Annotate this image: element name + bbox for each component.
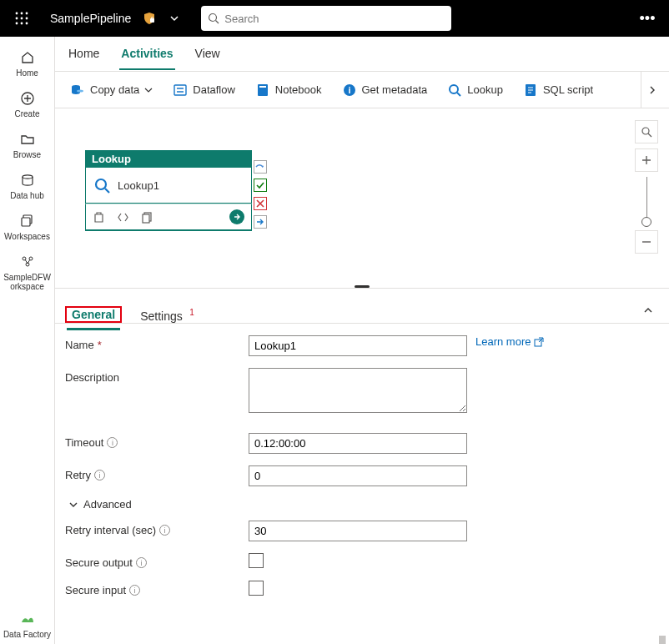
- secure-input-checkbox[interactable]: [249, 581, 264, 596]
- toolbar-get-metadata[interactable]: i Get metadata: [334, 78, 436, 103]
- timeout-input[interactable]: [249, 433, 467, 454]
- svg-point-3: [16, 18, 18, 20]
- svg-point-7: [21, 23, 23, 25]
- nav-datahub[interactable]: Data hub: [3, 166, 53, 205]
- svg-point-6: [16, 23, 18, 25]
- status-fail-icon[interactable]: [254, 197, 267, 210]
- toolbar-lookup[interactable]: Lookup: [439, 78, 511, 103]
- nav-sample-workspace[interactable]: SampleDFWorkspace: [3, 248, 53, 296]
- learn-more-link[interactable]: Learn more: [475, 335, 544, 348]
- lookup-icon: [447, 83, 462, 98]
- tab-activities[interactable]: Activities: [119, 38, 174, 70]
- nav-browse[interactable]: Browse: [3, 125, 53, 164]
- settings-badge: 1: [189, 308, 194, 317]
- activities-toolbar: Copy data Dataflow Notebook i Get metada…: [55, 72, 669, 108]
- svg-point-30: [96, 179, 106, 189]
- secure-input-label: Secure input: [65, 584, 126, 596]
- info-icon[interactable]: i: [136, 557, 147, 568]
- svg-point-21: [77, 89, 83, 92]
- name-label: Name: [65, 339, 94, 351]
- pipeline-canvas[interactable]: Lookup Lookup1: [55, 108, 669, 289]
- search-input[interactable]: [224, 13, 445, 25]
- secure-output-checkbox[interactable]: [249, 553, 264, 568]
- nav-data-factory[interactable]: Data Factory: [3, 605, 53, 644]
- svg-rect-22: [174, 85, 186, 95]
- toolbar-notebook-label: Notebook: [275, 83, 322, 96]
- workspace-item-icon: [18, 253, 37, 271]
- tab-view[interactable]: View: [194, 38, 222, 70]
- info-icon[interactable]: i: [159, 525, 170, 536]
- status-success-icon[interactable]: [254, 179, 267, 192]
- sql-icon: [523, 83, 538, 98]
- svg-point-2: [26, 13, 28, 15]
- toolbar-sql-script[interactable]: SQL script: [515, 78, 601, 103]
- activity-node-name: Lookup1: [118, 179, 159, 192]
- timeout-label: Timeout: [65, 436, 103, 449]
- tab-home[interactable]: Home: [67, 38, 101, 70]
- info-icon[interactable]: i: [107, 437, 118, 448]
- nav-workspaces[interactable]: Workspaces: [3, 207, 53, 246]
- zoom-knob[interactable]: [641, 217, 651, 227]
- search-box[interactable]: [201, 6, 451, 31]
- node-status-icons: [254, 160, 267, 229]
- chevron-down-icon: [68, 500, 78, 510]
- code-icon[interactable]: [117, 211, 129, 224]
- required-indicator: *: [98, 339, 102, 351]
- workspaces-icon: [18, 212, 37, 230]
- title-dropdown-icon[interactable]: [164, 13, 184, 23]
- panel-collapse-icon[interactable]: [642, 304, 654, 323]
- retry-interval-label: Retry interval (sec): [65, 524, 156, 536]
- zoom-slider[interactable]: [646, 177, 647, 222]
- toolbar-notebook[interactable]: Notebook: [247, 78, 330, 103]
- status-skip-icon[interactable]: [254, 160, 267, 174]
- lookup-icon: [93, 176, 111, 194]
- advanced-label: Advanced: [83, 498, 132, 511]
- toolbar-copy-data[interactable]: Copy data: [62, 78, 161, 103]
- svg-line-12: [216, 21, 219, 24]
- svg-text:i: i: [348, 85, 350, 95]
- app-launcher-icon[interactable]: [5, 2, 38, 35]
- svg-rect-16: [22, 218, 30, 226]
- copy-icon[interactable]: [141, 211, 153, 224]
- run-icon[interactable]: [229, 209, 244, 224]
- activity-node-lookup[interactable]: Lookup Lookup1: [85, 150, 252, 231]
- nav-create[interactable]: Create: [3, 84, 53, 123]
- toolbar-copy-data-label: Copy data: [90, 83, 139, 96]
- description-input[interactable]: [249, 368, 467, 413]
- delete-icon[interactable]: [93, 211, 105, 224]
- svg-point-0: [16, 13, 18, 15]
- toolbar-dataflow[interactable]: Dataflow: [164, 78, 244, 103]
- svg-line-35: [648, 133, 651, 137]
- zoom-out-icon[interactable]: [635, 230, 658, 254]
- top-bar: SamplePipeline •••: [0, 0, 669, 37]
- scrollbar[interactable]: [659, 324, 666, 644]
- svg-point-34: [642, 128, 649, 134]
- toolbar-get-metadata-label: Get metadata: [362, 83, 428, 96]
- toolbar-overflow-icon[interactable]: [641, 72, 662, 108]
- retry-interval-input[interactable]: [249, 521, 467, 541]
- status-completion-icon[interactable]: [254, 215, 267, 229]
- sensitivity-icon[interactable]: [141, 10, 158, 27]
- advanced-toggle[interactable]: Advanced: [68, 498, 652, 511]
- activity-node-type: Lookup: [85, 150, 252, 168]
- topbar-more-icon[interactable]: •••: [631, 10, 664, 28]
- nav-create-label: Create: [14, 109, 39, 118]
- retry-input[interactable]: [249, 465, 467, 486]
- folder-icon: [18, 130, 37, 148]
- plus-circle-icon: [18, 89, 37, 108]
- home-icon: [18, 48, 37, 67]
- canvas-zoom-controls: [634, 120, 659, 259]
- external-link-icon: [534, 337, 544, 347]
- svg-point-5: [26, 18, 28, 20]
- nav-workspaces-label: Workspaces: [4, 232, 50, 241]
- name-input[interactable]: [249, 335, 467, 356]
- info-icon[interactable]: i: [94, 470, 105, 480]
- nav-home[interactable]: Home: [3, 43, 53, 83]
- zoom-in-icon[interactable]: [635, 148, 658, 172]
- zoom-fit-icon[interactable]: [635, 120, 658, 143]
- copy-data-icon: [70, 83, 85, 98]
- nav-data-factory-label: Data Factory: [3, 630, 51, 639]
- svg-point-8: [26, 23, 28, 25]
- chevron-down-icon: [144, 86, 153, 94]
- info-icon[interactable]: i: [129, 585, 140, 596]
